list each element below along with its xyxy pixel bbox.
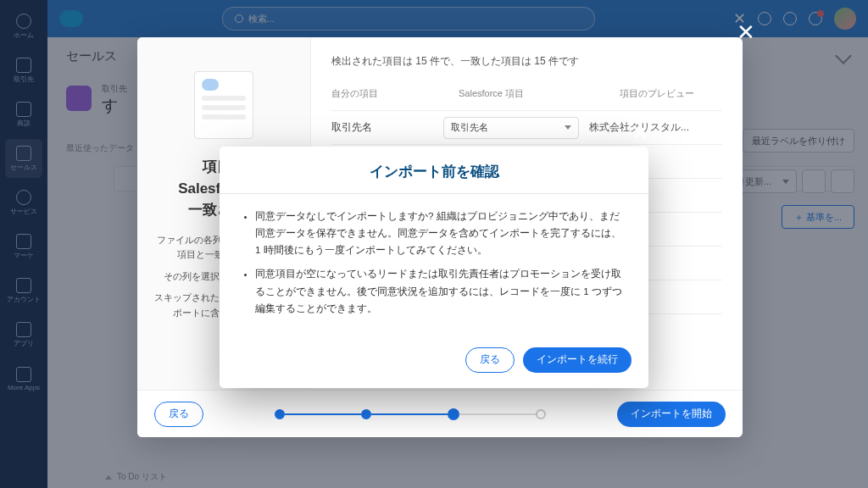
mapping-preview: 株式会社クリスタル...: [589, 120, 722, 135]
wizard-progress: [203, 408, 617, 420]
confirm-close-button[interactable]: ✕: [628, 121, 652, 145]
wizard-close-button[interactable]: ✕: [732, 19, 760, 46]
confirm-import-modal: ✕ インポート前を確認 同意データなしでインポートしますか? 組織はプロビジョニ…: [220, 147, 648, 388]
confirm-body: 同意データなしでインポートしますか? 組織はプロビジョニング中であり、まだ同意デ…: [220, 194, 648, 339]
confirm-bullet: 同意データなしでインポートしますか? 組織はプロビジョニング中であり、まだ同意デ…: [255, 208, 626, 258]
progress-step-current: [448, 408, 459, 420]
mapping-own-field: 取引先名: [331, 120, 433, 135]
wizard-illustration: [194, 71, 253, 139]
wizard-back-button[interactable]: 戻る: [154, 402, 203, 427]
confirm-back-button[interactable]: 戻る: [465, 347, 515, 373]
wizard-detection-summary: 検出された項目は 15 件で、一致した項目は 15 件です: [331, 54, 722, 69]
wizard-column-headers: 自分の項目 Salesforce 項目 項目のプレビュー: [331, 87, 722, 100]
mapping-sf-field-select[interactable]: 取引先名: [443, 117, 579, 139]
confirm-bullet: 同意項目が空になっているリードまたは取引先責任者はプロモーションを受け取ることが…: [255, 265, 626, 316]
progress-step: [536, 409, 546, 419]
confirm-title: インポート前を確認: [220, 147, 648, 193]
wizard-start-import-button[interactable]: インポートを開始: [617, 402, 726, 427]
confirm-footer: 戻る インポートを続行: [220, 339, 648, 388]
progress-step: [275, 409, 285, 419]
chevron-down-icon: [565, 125, 571, 130]
progress-step: [361, 409, 371, 419]
mapping-row: 取引先名取引先名株式会社クリスタル...: [331, 110, 722, 144]
wizard-footer: 戻る インポートを開始: [137, 390, 743, 437]
confirm-continue-button[interactable]: インポートを続行: [523, 347, 632, 373]
